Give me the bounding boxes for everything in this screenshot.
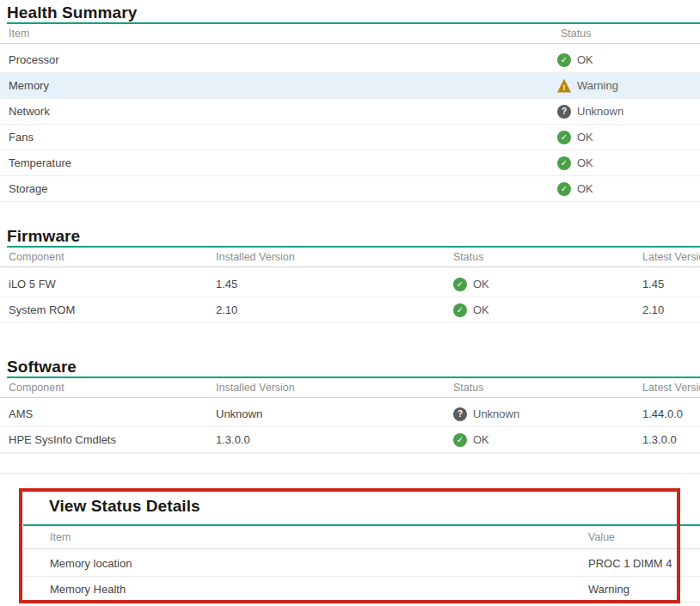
- panel-divider: [0, 473, 700, 474]
- status-label: OK: [473, 303, 489, 316]
- status-label: Unknown: [577, 105, 623, 118]
- ok-status-icon: [557, 156, 571, 170]
- table-row-ilo5fw: iLO 5 FW 1.45 OK 1.45: [0, 272, 700, 297]
- health-summary-header-row: Item Status: [0, 24, 700, 44]
- firmware-title: Firmware: [7, 226, 700, 246]
- column-header-status: Status: [453, 251, 642, 263]
- component-label: System ROM: [0, 303, 216, 316]
- table-row-processor[interactable]: Processor OK: [0, 47, 700, 73]
- ok-status-icon: [557, 53, 571, 67]
- status-label: OK: [577, 131, 593, 144]
- status-label: Warning: [577, 79, 618, 92]
- column-header-item: Item: [0, 28, 557, 40]
- item-label: Memory: [0, 79, 557, 92]
- status-details-title: View Status Details: [49, 496, 700, 516]
- table-row-memory-location: Memory location PROC 1 DIMM 4: [23, 551, 700, 577]
- component-label: HPE SysInfo Cmdlets: [0, 433, 216, 446]
- installed-version-value: 2.10: [216, 303, 453, 316]
- column-header-latest-version: Latest Version: [642, 251, 700, 263]
- item-label: Processor: [0, 53, 557, 66]
- status-details-body: Memory location PROC 1 DIMM 4 Memory Hea…: [23, 551, 700, 603]
- column-header-installed-version: Installed Version: [216, 382, 453, 394]
- table-row-hpe-sysinfo-cmdlets: HPE SysInfo Cmdlets 1.3.0.0 OK 1.3.0.0: [0, 427, 700, 453]
- table-row-system-rom: System ROM 2.10 OK 2.10: [0, 297, 700, 323]
- unknown-status-icon: [453, 407, 467, 421]
- status-label: OK: [577, 53, 593, 66]
- latest-version-value: 1.44.0.0: [642, 407, 700, 420]
- installed-version-value: 1.45: [216, 278, 453, 291]
- table-row-storage[interactable]: Storage OK: [0, 176, 700, 202]
- item-label: Storage: [0, 182, 557, 195]
- ok-status-icon: [557, 131, 571, 144]
- health-summary-body: Processor OK Memory Warning Network Unkn…: [0, 47, 700, 202]
- software-header-row: Component Installed Version Status Lates…: [0, 378, 700, 398]
- firmware-header-row: Component Installed Version Status Lates…: [0, 248, 700, 267]
- column-header-installed-version: Installed Version: [216, 251, 453, 263]
- table-row-fans[interactable]: Fans OK: [0, 125, 700, 150]
- status-details-table: Item Value Memory location PROC 1 DIMM 4…: [23, 524, 700, 603]
- section-divider: [0, 453, 700, 454]
- status-label: Unknown: [473, 407, 519, 420]
- column-header-component: Component: [0, 251, 216, 263]
- value-label: PROC 1 DIMM 4: [588, 557, 700, 570]
- status-label: OK: [473, 278, 489, 291]
- item-label: Fans: [0, 131, 557, 144]
- table-row-network[interactable]: Network Unknown: [0, 99, 700, 125]
- component-label: AMS: [0, 407, 216, 420]
- table-row-ams: AMS Unknown Unknown 1.44.0.0: [0, 401, 700, 427]
- item-label: Network: [0, 105, 557, 118]
- table-row-memory[interactable]: Memory Warning: [0, 73, 700, 99]
- column-header-component: Component: [0, 382, 216, 394]
- item-label: Memory Health: [23, 583, 588, 596]
- table-row-temperature[interactable]: Temperature OK: [0, 150, 700, 176]
- item-label: Temperature: [0, 156, 557, 169]
- column-header-status: Status: [453, 382, 642, 394]
- latest-version-value: 1.45: [642, 278, 700, 291]
- ok-status-icon: [453, 433, 467, 447]
- latest-version-value: 1.3.0.0: [642, 433, 700, 446]
- installed-version-value: Unknown: [216, 407, 453, 420]
- unknown-status-icon: [557, 105, 571, 119]
- status-details-header-row: Item Value: [23, 526, 700, 549]
- software-title: Software: [7, 357, 700, 376]
- installed-version-value: 1.3.0.0: [216, 433, 453, 446]
- column-header-item: Item: [23, 531, 588, 543]
- status-details-section: View Status Details Item Value Memory lo…: [0, 494, 700, 603]
- column-header-latest-version: Latest Version: [642, 382, 700, 394]
- ok-status-icon: [453, 278, 467, 291]
- status-label: OK: [577, 156, 593, 169]
- firmware-body: iLO 5 FW 1.45 OK 1.45 System ROM 2.10 OK…: [0, 272, 700, 323]
- latest-version-value: 2.10: [642, 303, 700, 316]
- warning-status-icon: [557, 79, 571, 93]
- software-section: Software Component Installed Version Sta…: [0, 354, 700, 453]
- item-label: Memory location: [23, 557, 588, 570]
- table-row-memory-health: Memory Health Warning: [23, 577, 700, 603]
- status-label: OK: [577, 182, 593, 195]
- component-label: iLO 5 FW: [0, 278, 216, 291]
- ok-status-icon: [453, 303, 467, 317]
- software-body: AMS Unknown Unknown 1.44.0.0 HPE SysInfo…: [0, 401, 700, 453]
- health-summary-title: Health Summary: [7, 3, 700, 22]
- column-header-status: Status: [557, 28, 700, 40]
- value-label: Warning: [588, 583, 700, 596]
- ok-status-icon: [557, 182, 571, 196]
- column-header-value: Value: [588, 531, 700, 543]
- status-label: OK: [473, 433, 489, 446]
- firmware-section: Firmware Component Installed Version Sta…: [0, 223, 700, 323]
- health-summary-section: Health Summary Item Status Processor OK …: [0, 0, 700, 202]
